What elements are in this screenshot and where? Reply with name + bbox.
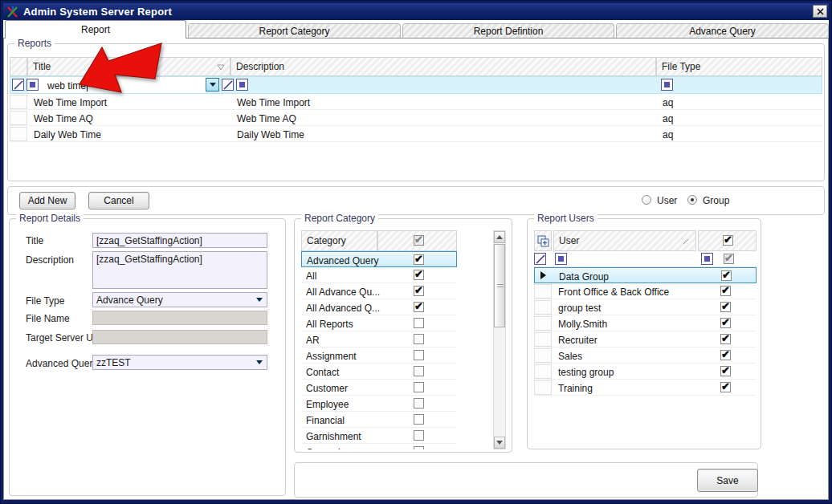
user-label: Sales (553, 348, 698, 362)
row-indicator-cell (534, 300, 552, 315)
action-panel: Add New Cancel User Group (7, 186, 825, 215)
column-header-user[interactable]: User (553, 230, 696, 251)
list-item[interactable]: Recruiter (534, 331, 757, 348)
clear-filter-icon[interactable] (12, 79, 24, 91)
user-radio[interactable] (642, 195, 651, 205)
list-item[interactable]: All Advanced Q... (301, 299, 457, 315)
list-item[interactable]: Garnishment (301, 428, 457, 444)
category-checkbox[interactable] (414, 286, 424, 296)
filter-funnel-icon[interactable] (217, 64, 225, 71)
save-panel: Save (294, 462, 758, 498)
list-item[interactable]: Employee (301, 396, 457, 412)
list-item[interactable]: Training (534, 380, 757, 396)
add-new-button[interactable]: Add New (19, 192, 75, 209)
grid-customize-button[interactable] (534, 230, 552, 251)
category-scrollbar[interactable] (493, 230, 506, 449)
user-checkbox[interactable] (720, 334, 731, 344)
column-header-file-type[interactable]: File Type (656, 57, 822, 76)
user-checkbox[interactable] (721, 270, 732, 281)
category-checkbox[interactable] (414, 366, 424, 376)
list-item[interactable]: Sales (534, 348, 757, 364)
grid-plus-icon (537, 235, 549, 247)
column-header-user-label: User (559, 235, 579, 246)
sort-ascending-icon (683, 238, 689, 245)
column-header-category-check[interactable] (377, 230, 457, 251)
list-item[interactable]: Front Office & Back Office (534, 283, 757, 299)
title-field[interactable]: [zzaq_GetStaffingAction] (92, 233, 267, 248)
scroll-down-icon[interactable] (494, 437, 505, 449)
title-filter-input[interactable]: web time (43, 78, 92, 91)
row-indicator-cell (10, 95, 27, 109)
column-header-description[interactable]: Description (230, 57, 656, 76)
column-header-user-check[interactable] (698, 230, 757, 251)
category-label: Advanced Query (302, 253, 382, 266)
report-details-group-label: Report Details (16, 213, 84, 224)
user-checkbox[interactable] (720, 382, 731, 392)
cell-file-type: aq (658, 111, 818, 124)
reports-group: Reports Title Description File Type (7, 43, 825, 181)
category-checkbox[interactable] (414, 382, 424, 392)
category-checkbox[interactable] (414, 318, 424, 328)
close-icon[interactable] (813, 5, 827, 18)
user-checkbox[interactable] (720, 350, 731, 360)
list-item[interactable]: AR (301, 331, 457, 348)
category-checkbox[interactable] (414, 414, 424, 425)
cell-title: Daily Web Time (29, 127, 230, 140)
cancel-button[interactable]: Cancel (88, 192, 149, 209)
table-row[interactable]: Web Time AQ Web Time AQ aq (10, 110, 822, 126)
column-header-category[interactable]: Category (301, 230, 377, 251)
list-item[interactable]: group test (534, 299, 757, 315)
advanced-query-combo[interactable]: zzTEST (92, 355, 267, 370)
filter-condition-icon[interactable] (661, 79, 673, 91)
list-item[interactable]: Advanced Query (301, 251, 457, 267)
list-item[interactable]: Data Group (534, 267, 757, 283)
list-item[interactable]: Assignment (301, 348, 457, 364)
table-row[interactable]: Daily Web Time Daily Web Time aq (10, 126, 822, 142)
select-all-checkbox[interactable] (723, 235, 733, 246)
app-icon (6, 6, 19, 18)
category-checkbox[interactable] (414, 254, 424, 265)
list-item[interactable]: Customer (301, 380, 457, 396)
filter-dropdown-icon[interactable] (206, 78, 219, 91)
file-type-combo[interactable]: Advance Query (92, 292, 267, 307)
clear-filter-icon[interactable] (534, 253, 546, 265)
category-checkbox[interactable] (414, 302, 424, 312)
user-checkbox[interactable] (720, 286, 731, 296)
description-field[interactable]: [zzaq_GetStaffingAction] (92, 251, 267, 289)
filter-checkbox[interactable] (724, 254, 734, 264)
list-item[interactable]: Financial (301, 412, 457, 428)
filter-condition-icon[interactable] (27, 79, 39, 91)
user-checkbox[interactable] (720, 318, 731, 328)
list-item[interactable]: testing group (534, 364, 757, 380)
list-item-partial[interactable]: General (301, 444, 457, 449)
save-button[interactable]: Save (697, 469, 758, 492)
list-item[interactable]: All Advance Qu... (301, 283, 457, 299)
tab-report-defintion[interactable]: Report Defintion (402, 23, 614, 39)
column-header-title[interactable]: Title (27, 57, 230, 76)
table-row[interactable]: Web Time Import Web Time Import aq (10, 94, 822, 110)
user-checkbox[interactable] (720, 302, 731, 312)
category-label: Garnishment (301, 429, 389, 442)
filter-condition-icon[interactable] (555, 253, 567, 265)
select-all-checkbox[interactable] (414, 235, 424, 246)
clear-filter-icon[interactable] (222, 79, 234, 91)
tab-report[interactable]: Report (5, 20, 186, 39)
category-checkbox[interactable] (414, 270, 424, 280)
category-checkbox[interactable] (414, 334, 424, 344)
tab-report-category[interactable]: Report Category (188, 23, 401, 39)
category-checkbox[interactable] (414, 398, 424, 408)
report-users-group: Report Users User (527, 218, 761, 449)
list-item[interactable]: All Reports (301, 315, 457, 331)
category-checkbox[interactable] (414, 350, 424, 360)
list-item[interactable]: Molly.Smith (534, 315, 757, 331)
user-checkbox[interactable] (720, 366, 731, 376)
list-item[interactable]: All (301, 267, 457, 283)
filter-condition-icon[interactable] (236, 79, 248, 91)
list-item[interactable]: Contact (301, 364, 457, 380)
scroll-up-icon[interactable] (494, 231, 505, 243)
scrollbar-thumb[interactable] (494, 244, 505, 327)
group-radio[interactable] (687, 195, 697, 205)
category-checkbox[interactable] (414, 430, 424, 441)
filter-condition-icon[interactable] (701, 253, 713, 265)
tab-advance-query[interactable]: Advance Query (616, 23, 829, 39)
